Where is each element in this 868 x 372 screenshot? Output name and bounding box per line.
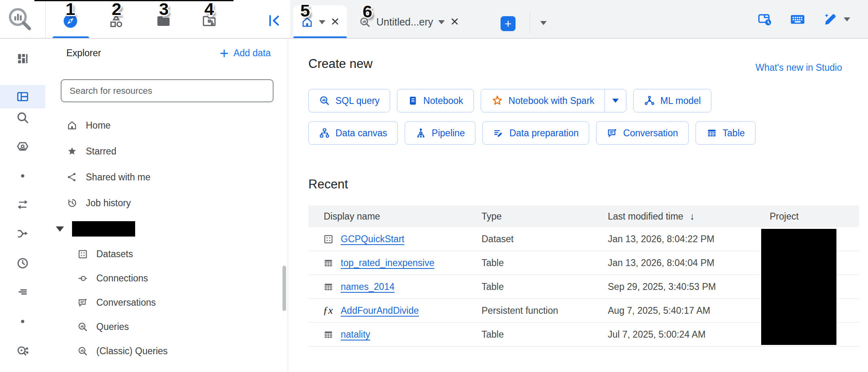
col-type: Type: [482, 205, 502, 227]
som-marker-4: 4: [204, 0, 214, 19]
explorer-item-conversations[interactable]: Conversations: [45, 290, 288, 315]
conversation-icon: [607, 127, 618, 139]
table-icon: [323, 323, 334, 346]
notebook-with-spark-dropdown[interactable]: [605, 89, 626, 112]
data-preparation-icon: [493, 127, 504, 139]
table-icon: [706, 127, 717, 139]
editor-tab-strip: ✕ Untitled...ery ✕ +: [290, 0, 868, 39]
top-bar: [0, 0, 290, 39]
collapse-panel-icon[interactable]: [265, 11, 283, 30]
explorer-scrollbar[interactable]: [282, 266, 286, 311]
whats-new-link[interactable]: What's new in Studio: [756, 62, 842, 73]
tab-home-close-icon[interactable]: ✕: [331, 17, 340, 27]
rail-item-transfers-icon[interactable]: [0, 193, 45, 216]
create-new-title: Create new: [308, 57, 373, 71]
col-project: Project: [770, 205, 799, 227]
notebook-button[interactable]: Notebook: [397, 89, 473, 112]
col-display-name: Display name: [324, 205, 380, 227]
explorer-item-shared[interactable]: Shared with me: [45, 164, 288, 190]
bigquery-logo-icon: [6, 6, 33, 32]
search-resources-input[interactable]: [61, 79, 274, 102]
query-icon: [319, 95, 330, 106]
rail-item-monitoring-icon[interactable]: [0, 280, 45, 304]
magic-pen-icon[interactable]: [823, 12, 838, 27]
explorer-panel: Explorer Add data Home Starred: [45, 39, 288, 372]
explorer-item-classic-queries[interactable]: (Classic) Queries: [45, 339, 288, 363]
main-content: Create new What's new in Studio SQL quer…: [288, 39, 868, 372]
recent-tabs-icon[interactable]: [757, 12, 772, 27]
spark-star-icon: [491, 95, 503, 107]
rail-dot: [0, 164, 45, 188]
redacted-project-name: [72, 221, 135, 237]
divider: [45, 0, 46, 38]
som-marker-2: 2: [112, 0, 121, 19]
data-canvas-icon: [319, 127, 330, 139]
conversation-button[interactable]: Conversation: [596, 121, 689, 145]
explorer-item-starred[interactable]: Starred: [45, 138, 288, 164]
classic-queries-icon: [77, 346, 88, 357]
plus-icon: [219, 48, 229, 59]
pipeline-button[interactable]: Pipeline: [405, 121, 475, 145]
row-link[interactable]: AddFourAndDivide: [341, 299, 419, 322]
left-icon-rail: [0, 39, 46, 372]
explorer-item-datasets[interactable]: Datasets: [45, 242, 288, 266]
new-tab-button[interactable]: +: [501, 16, 516, 31]
pipeline-icon: [415, 127, 427, 139]
magic-pen-dropdown-icon[interactable]: [844, 17, 850, 21]
rail-item-migration-icon[interactable]: [0, 222, 45, 245]
sort-descending-icon[interactable]: ↓: [690, 211, 695, 222]
rail-item-insights-icon[interactable]: [0, 339, 45, 363]
new-tab-options-dropdown-icon[interactable]: [540, 21, 547, 25]
gemini-assist-group: [823, 12, 850, 27]
rail-item-scheduled-icon[interactable]: [0, 252, 45, 275]
tab-query-close-icon[interactable]: ✕: [450, 17, 459, 27]
explorer-item-queries[interactable]: Queries: [45, 315, 288, 339]
explorer-item-project-redacted[interactable]: [45, 216, 288, 242]
tab-home-dropdown-icon[interactable]: [319, 20, 325, 24]
row-link[interactable]: names_2014: [341, 275, 395, 298]
data-preparation-button[interactable]: Data preparation: [482, 121, 589, 145]
notebook-with-spark-button[interactable]: Notebook with Spark: [481, 89, 605, 112]
bigquery-studio-screen: ✕ Untitled...ery ✕ +: [0, 0, 868, 372]
explorer-title: Explorer: [66, 48, 101, 59]
home-icon: [66, 120, 78, 131]
som-marker-6: 6: [363, 2, 372, 21]
som-marker-3: 3: [159, 0, 169, 19]
rail-item-governance-icon[interactable]: [0, 135, 45, 158]
rail-item-workspace-icon[interactable]: [0, 85, 45, 108]
table-button[interactable]: Table: [696, 121, 756, 145]
notebook-icon: [407, 95, 418, 106]
annotation-line: [34, 0, 233, 1]
keyboard-shortcuts-icon[interactable]: [789, 11, 806, 27]
function-icon: ƒx: [323, 299, 333, 322]
explorer-item-connections[interactable]: Connections: [45, 266, 288, 290]
som-marker-1: 1: [66, 0, 75, 19]
divider: [530, 11, 530, 34]
rail-item-search-icon[interactable]: [0, 106, 45, 129]
add-data-button[interactable]: Add data: [219, 48, 271, 59]
create-row-1: SQL query Notebook Notebook with Spark: [308, 89, 711, 112]
recent-table-header: Display name Type Last modified time ↓ P…: [308, 205, 859, 227]
rail-dot: [0, 310, 45, 333]
explorer-item-job-history[interactable]: Job history: [45, 190, 288, 216]
recent-table: Display name Type Last modified time ↓ P…: [308, 205, 859, 347]
row-link[interactable]: natality: [341, 323, 370, 346]
recent-title: Recent: [308, 177, 348, 192]
row-link[interactable]: top_rated_inexpensive: [341, 251, 434, 275]
sql-query-button[interactable]: SQL query: [308, 89, 390, 112]
explorer-tree: Home Starred Shared with me Job hist: [45, 112, 288, 363]
share-icon: [66, 171, 78, 183]
col-last-modified[interactable]: Last modified time ↓: [608, 205, 695, 227]
queries-icon: [77, 321, 88, 332]
explorer-item-home[interactable]: Home: [45, 112, 288, 138]
collapse-expander-icon[interactable]: [56, 226, 64, 232]
strip-actions: [757, 0, 850, 39]
rail-item-analysis-icon[interactable]: [0, 47, 45, 70]
chevron-down-icon: [612, 99, 619, 103]
ml-model-button[interactable]: ML model: [633, 89, 711, 112]
tab-untitled-query-label: Untitled...ery: [376, 16, 433, 28]
tab-query-dropdown-icon[interactable]: [438, 20, 445, 24]
create-row-2: Data canvas Pipeline Data preparation: [308, 121, 756, 145]
row-link[interactable]: GCPQuickStart: [341, 227, 404, 251]
data-canvas-button[interactable]: Data canvas: [308, 121, 398, 145]
